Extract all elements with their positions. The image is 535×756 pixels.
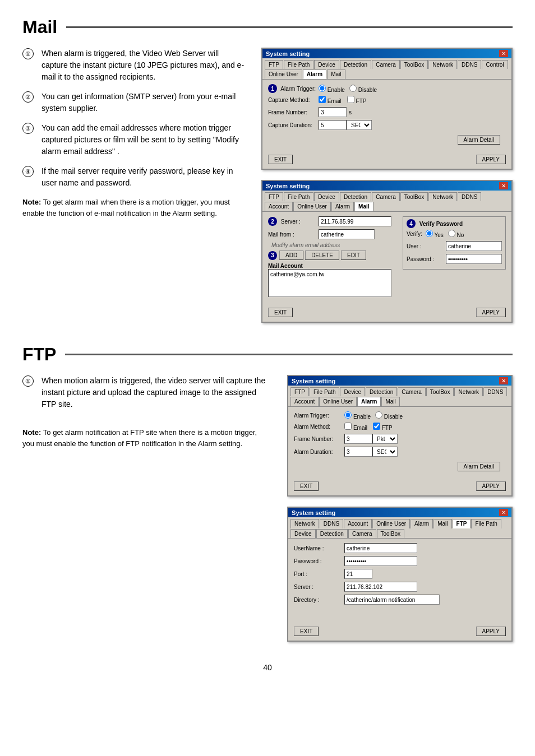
disable-radio[interactable]	[349, 85, 357, 92]
a2-capture-unit[interactable]: SEC	[372, 447, 398, 457]
tab-network[interactable]: Network	[428, 60, 457, 69]
tab-camera[interactable]: Camera	[372, 60, 400, 69]
tab-detection[interactable]: Detection	[340, 60, 371, 69]
tab-mail[interactable]: Mail	[327, 69, 345, 79]
ftp-tab-alarm[interactable]: Alarm	[411, 519, 433, 528]
disable-radio-label[interactable]: Disable	[349, 85, 377, 93]
mail-tab-account[interactable]: Account	[265, 202, 293, 211]
mail-tab-filepath[interactable]: File Path	[284, 192, 313, 201]
mail-tab-mail[interactable]: Mail	[354, 202, 373, 211]
a2-tab-alarm[interactable]: Alarm	[357, 397, 381, 406]
a2-frame-unit[interactable]: Pkt	[372, 434, 398, 444]
mail-tab-network[interactable]: Network	[428, 192, 457, 201]
a2-tab-onlineuser[interactable]: Online User	[319, 397, 357, 406]
a2-tab-ftp[interactable]: FTP	[290, 387, 309, 396]
ftp-tab-account[interactable]: Account	[344, 519, 372, 528]
verify-no-label[interactable]: No	[448, 230, 464, 238]
tab-alarm[interactable]: Alarm	[303, 69, 326, 79]
ftp-dialog-apply[interactable]: APPLY	[476, 627, 506, 636]
mail-tab-device[interactable]: Device	[314, 192, 339, 201]
ftp-tab-ftp[interactable]: FTP	[453, 519, 471, 528]
edit-button[interactable]: EDIT	[341, 251, 366, 260]
password-input[interactable]	[446, 254, 502, 264]
ftp-password-input[interactable]	[344, 556, 417, 566]
a2-tab-toolbox[interactable]: ToolBox	[426, 387, 454, 396]
mail-tab-toolbox[interactable]: ToolBox	[400, 192, 428, 201]
a2-tab-detection[interactable]: Detection	[366, 387, 397, 396]
ftp-tab-toolbox[interactable]: ToolBox	[377, 529, 405, 538]
alarm-dialog-2-apply[interactable]: APPLY	[476, 481, 506, 491]
ftp-tab-device[interactable]: Device	[290, 529, 316, 538]
tab-onlineuser[interactable]: Online User	[265, 69, 302, 79]
mail-tab-onlineuser[interactable]: Online User	[293, 202, 331, 211]
a2-alarm-detail-button[interactable]: Alarm Detail	[458, 462, 500, 471]
capture-duration-input[interactable]	[319, 120, 347, 130]
a2-disable-label[interactable]: Disable	[375, 411, 403, 420]
mail-dialog-apply[interactable]: APPLY	[476, 308, 506, 317]
a2-tab-ddns[interactable]: DDNS	[483, 387, 507, 396]
frame-number-input[interactable]	[319, 107, 347, 117]
alarm-dialog-2-close[interactable]: ✕	[499, 377, 508, 384]
ftp-tab-ddns[interactable]: DDNS	[320, 519, 343, 528]
a2-tab-account[interactable]: Account	[290, 397, 319, 406]
ftp-tab-onlineuser[interactable]: Online User	[372, 519, 410, 528]
verify-yes-radio[interactable]	[426, 230, 433, 237]
email-checkbox[interactable]	[319, 96, 326, 103]
ftp-tab-camera[interactable]: Camera	[348, 529, 376, 538]
mail-tab-detection[interactable]: Detection	[340, 192, 371, 201]
tab-filepath[interactable]: File Path	[284, 60, 313, 69]
a2-tab-device[interactable]: Device	[340, 387, 365, 396]
a2-tab-camera[interactable]: Camera	[398, 387, 426, 396]
a2-email-label[interactable]: Email	[344, 423, 367, 431]
a2-tab-network[interactable]: Network	[454, 387, 483, 396]
a2-email-checkbox[interactable]	[344, 423, 352, 430]
alarm-dialog-1-apply[interactable]: APPLY	[476, 155, 506, 164]
tab-ftp[interactable]: FTP	[265, 60, 283, 69]
tab-toolbox[interactable]: ToolBox	[400, 60, 428, 69]
ftp-username-input[interactable]	[344, 543, 417, 553]
ftp-checkbox-label[interactable]: FTP	[347, 96, 367, 104]
ftp-tab-mail[interactable]: Mail	[433, 519, 451, 528]
add-button[interactable]: ADD	[279, 251, 303, 260]
mail-tab-ftp[interactable]: FTP	[265, 192, 283, 201]
ftp-directory-input[interactable]	[344, 595, 440, 605]
a2-enable-radio[interactable]	[344, 411, 352, 419]
tab-control[interactable]: Control	[482, 60, 508, 69]
mail-tab-alarm[interactable]: Alarm	[331, 202, 354, 211]
alarm-dialog-1-exit[interactable]: EXIT	[268, 155, 293, 164]
verify-yes-label[interactable]: Yes	[426, 230, 444, 238]
mail-dialog-exit[interactable]: EXIT	[268, 308, 293, 317]
ftp-dialog-close[interactable]: ✕	[499, 509, 508, 516]
mail-dialog-close[interactable]: ✕	[499, 182, 508, 189]
mail-tab-camera[interactable]: Camera	[372, 192, 400, 201]
capture-duration-unit[interactable]: SEC	[347, 120, 372, 130]
ftp-dialog-exit[interactable]: EXIT	[294, 627, 319, 636]
ftp-port-input[interactable]	[344, 569, 372, 579]
mail-account-box[interactable]: catherine@ya.com.tw	[268, 269, 391, 297]
a2-enable-label[interactable]: Enable	[344, 411, 371, 420]
a2-tab-filepath[interactable]: File Path	[310, 387, 339, 396]
alarm-dialog-1-close[interactable]: ✕	[499, 50, 508, 57]
user-input[interactable]	[446, 241, 502, 251]
ftp-tab-detection[interactable]: Detection	[316, 529, 348, 538]
a2-ftp-label[interactable]: FTP	[373, 423, 393, 431]
server-input[interactable]	[319, 216, 391, 226]
a2-tab-mail[interactable]: Mail	[381, 397, 399, 406]
enable-radio[interactable]	[319, 85, 326, 92]
a2-capture-duration-input[interactable]	[344, 447, 372, 457]
ftp-tab-filepath[interactable]: File Path	[471, 519, 501, 528]
enable-radio-label[interactable]: Enable	[319, 85, 345, 93]
delete-button[interactable]: DELETE	[305, 251, 339, 260]
mail-tab-ddns[interactable]: DDNS	[458, 192, 481, 201]
a2-frame-number-input[interactable]	[344, 434, 372, 444]
mail-from-input[interactable]	[319, 229, 375, 239]
tab-ddns[interactable]: DDNS	[458, 60, 481, 69]
a2-disable-radio[interactable]	[375, 411, 382, 419]
a2-ftp-checkbox[interactable]	[373, 423, 380, 430]
ftp-tab-network[interactable]: Network	[290, 519, 319, 528]
alarm-dialog-2-exit[interactable]: EXIT	[294, 481, 319, 491]
alarm-detail-button[interactable]: Alarm Detail	[458, 135, 500, 145]
email-checkbox-label[interactable]: Email	[319, 96, 342, 104]
ftp-server-input[interactable]	[344, 582, 417, 592]
verify-no-radio[interactable]	[448, 230, 455, 237]
